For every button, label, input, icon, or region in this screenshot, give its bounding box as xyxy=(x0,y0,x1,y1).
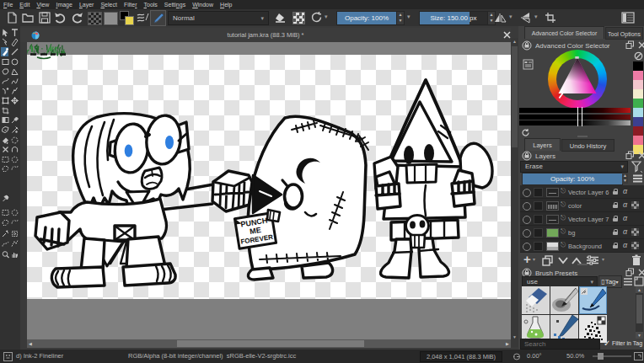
svg-text:ME: ME xyxy=(250,226,262,236)
